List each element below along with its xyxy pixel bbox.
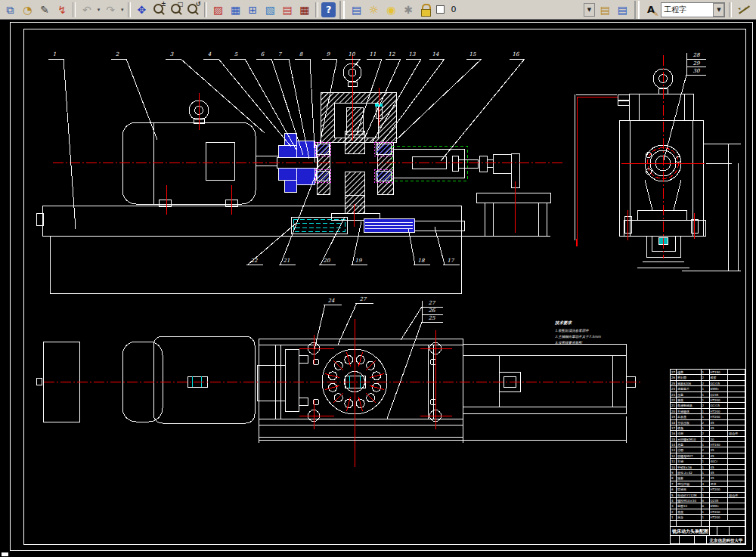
- bom-cell: [728, 442, 745, 447]
- bom-cell: 2: [671, 509, 677, 515]
- bom-cell: 21: [671, 403, 677, 408]
- bom-cell: 调整垫片: [677, 386, 702, 391]
- modify-flash-icon[interactable]: ↯: [54, 2, 70, 18]
- callout-label: 9: [327, 51, 330, 57]
- bom-cell: 1: [702, 487, 710, 492]
- layer-color-swatch[interactable]: [435, 2, 446, 18]
- bom-row: 14透盖1HT150: [671, 442, 745, 447]
- bom-cell: 20: [710, 437, 729, 442]
- pan-icon[interactable]: ✥: [134, 2, 150, 18]
- bom-cell: 18: [671, 420, 677, 425]
- sheets-icon[interactable]: ▤: [280, 2, 296, 18]
- callout-label: 24: [328, 298, 335, 304]
- callout-label: 17: [448, 258, 455, 264]
- side-view: [575, 55, 741, 271]
- callout-label: 12: [389, 51, 395, 57]
- image-icon[interactable]: ▧: [262, 2, 278, 18]
- pencil-icon[interactable]: ✎: [37, 2, 53, 18]
- text-style-icon[interactable]: A✎: [643, 2, 659, 18]
- layer-freeze-sun-icon[interactable]: ◉: [383, 2, 399, 18]
- layer-plot-icon[interactable]: ✱: [401, 2, 417, 18]
- block-insert-icon[interactable]: ⊞: [245, 2, 261, 18]
- bom-cell: [728, 459, 745, 464]
- bom-cell: 1: [702, 459, 710, 464]
- bom-cell: 床身: [677, 515, 702, 520]
- bom-row: 12圆螺母M27245: [671, 453, 745, 459]
- tb-cell: [717, 527, 730, 536]
- bom-cell: 密封圈: [677, 375, 702, 380]
- open-icon[interactable]: ◔: [20, 2, 36, 18]
- redo-icon[interactable]: ↷: [103, 2, 119, 18]
- callout-label: 22: [251, 258, 258, 264]
- bom-row: 18导轨压板245: [671, 420, 745, 425]
- bom-cell: 1: [702, 509, 710, 515]
- bom-row: 27端盖1HT150: [671, 370, 745, 375]
- new-file-icon[interactable]: ⧉: [2, 2, 18, 18]
- bom-cell: 吊环螺钉M10: [677, 437, 702, 442]
- undo-icon[interactable]: ↶: [79, 2, 94, 18]
- callout-label: 25: [429, 315, 435, 321]
- bom-row: 1床身1HT200: [671, 515, 745, 520]
- layer-on-bulb-icon[interactable]: ☼: [366, 2, 382, 18]
- bom-cell: 平键8×36: [677, 465, 702, 470]
- tb-cell: [730, 527, 745, 536]
- make-object-layer-icon[interactable]: ▤: [597, 2, 613, 18]
- layer-combo-caret[interactable]: ▼: [584, 3, 595, 17]
- bom-cell: 橡胶: [710, 375, 729, 380]
- zoom-window-icon[interactable]: □: [169, 2, 184, 18]
- bom-cell: HT200: [710, 509, 729, 515]
- bom-cell: 主轴: [677, 459, 702, 464]
- technical-notes: 技术要求 1.装配前清洗各零部件 2.主轴轴向窜动不大于7.5mm 3.按图样要…: [555, 320, 601, 346]
- callout-label: 11: [370, 51, 376, 57]
- bom-cell: [728, 498, 745, 503]
- bom-cell: 圆螺母M27: [677, 453, 702, 459]
- text-style-combo[interactable]: 工程字▼: [661, 2, 725, 17]
- bom-row: 19支承座1HT200: [671, 414, 745, 419]
- undo-dropdown[interactable]: ▾: [95, 2, 101, 17]
- bom-row: 17镶条145: [671, 425, 745, 431]
- bom-row: 7弹性柱销4尼龙: [671, 481, 745, 487]
- bom-cell: [728, 425, 745, 431]
- bom-cell: 45: [710, 475, 729, 481]
- bom-cell: 镶条: [677, 425, 702, 431]
- callout-label: 15: [469, 51, 476, 57]
- bom-cell: 8: [671, 475, 677, 481]
- front-view: [36, 55, 563, 293]
- bom-cell: [728, 509, 745, 515]
- bom-cell: 2: [702, 431, 710, 436]
- bom-cell: [728, 465, 745, 470]
- calculator-icon[interactable]: ▦: [297, 2, 313, 18]
- callout-label: 6: [261, 51, 265, 57]
- bom-cell: 2: [702, 447, 710, 453]
- help-icon[interactable]: ?: [321, 2, 336, 17]
- bom-cell: [728, 475, 745, 481]
- dim-style-icon[interactable]: [735, 2, 754, 18]
- bom-cell: [728, 437, 745, 442]
- bom-cell: 1: [702, 493, 710, 498]
- callout-label: 2: [116, 51, 119, 57]
- grid-table-icon[interactable]: ▦: [228, 2, 243, 18]
- zoom-realtime-icon[interactable]: ±: [151, 2, 167, 18]
- bom-cell: 1: [702, 414, 710, 419]
- render-icon[interactable]: ▨: [210, 2, 226, 18]
- text-style-caret[interactable]: ▼: [713, 3, 724, 17]
- callout-label: 26: [429, 308, 435, 314]
- layer-combo[interactable]: 0▼: [449, 2, 595, 17]
- layer-lock-icon[interactable]: [418, 2, 434, 18]
- tb-cell: [680, 536, 695, 545]
- callout-label: 4: [208, 51, 212, 57]
- bom-cell: 1: [702, 409, 710, 414]
- bom-cell: 2: [702, 437, 710, 442]
- sep-separator: [128, 2, 131, 17]
- callout-label: 27: [360, 296, 367, 302]
- redo-dropdown[interactable]: ▾: [119, 2, 125, 17]
- bom-cell: 45: [710, 453, 729, 459]
- layer-previous-icon[interactable]: ▤: [615, 2, 631, 18]
- zoom-previous-icon[interactable]: ↺: [185, 2, 201, 18]
- bom-row: 4螺栓M10×306Q235: [671, 498, 745, 503]
- bom-cell: 23: [671, 392, 677, 398]
- bom-cell: 挡圈: [677, 447, 702, 453]
- drawing-canvas[interactable]: 1234567891011121314151622212019181728293…: [0, 20, 756, 557]
- bom-cell: 4: [671, 498, 677, 503]
- layers-icon[interactable]: ▤: [349, 2, 364, 18]
